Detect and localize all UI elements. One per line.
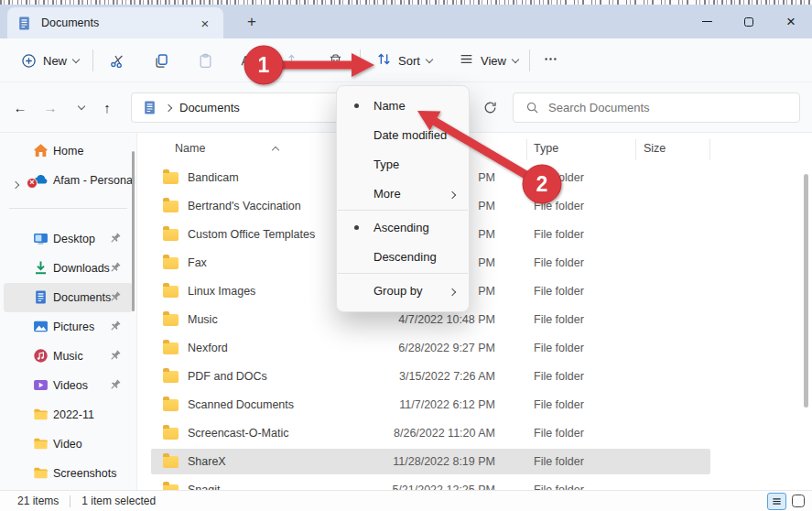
rename-button[interactable]	[232, 45, 263, 76]
table-row[interactable]: Snagit 5/21/2022 12:25 PM File folder	[138, 476, 812, 490]
file-name[interactable]: Screencast-O-Matic	[188, 427, 288, 440]
toolbar-divider	[529, 49, 530, 71]
menu-item-ascending[interactable]: Ascending	[337, 212, 469, 242]
sidebar-scrollbar[interactable]	[132, 151, 135, 311]
new-tab-button[interactable]: +	[240, 11, 264, 33]
paste-button[interactable]	[189, 45, 221, 76]
pin-icon	[108, 349, 122, 363]
column-header-name[interactable]: Name	[175, 142, 205, 155]
status-divider	[70, 495, 70, 507]
table-row[interactable]: Bandicam PM File folder	[138, 164, 812, 192]
folder-icon	[163, 172, 179, 184]
refresh-button[interactable]	[476, 93, 504, 122]
home-icon	[33, 143, 49, 158]
up-button[interactable]: ↑	[92, 92, 122, 122]
sidebar-item-downloads[interactable]: Downloads	[4, 254, 133, 283]
large-icons-view-button[interactable]	[792, 495, 805, 507]
table-row[interactable]: Music 4/7/2022 10:48 PM File folder	[138, 306, 812, 334]
sidebar-item-video[interactable]: Video	[4, 429, 133, 459]
file-name[interactable]: Bertrand's Vaccination	[188, 200, 301, 212]
details-view-button[interactable]	[767, 493, 786, 510]
file-name[interactable]: Bandicam	[188, 171, 239, 184]
menu-item-group-by[interactable]: Group by	[337, 276, 469, 305]
table-row[interactable]: Linux Images PM File folder	[138, 277, 812, 306]
forward-button[interactable]: →	[36, 92, 65, 122]
file-name[interactable]: Fax	[188, 256, 207, 269]
file-name[interactable]: PDF and DOCs	[188, 370, 267, 383]
videos-icon	[33, 377, 49, 393]
maximize-button[interactable]	[728, 5, 770, 38]
share-icon	[284, 53, 299, 69]
cut-button[interactable]	[102, 45, 133, 76]
menu-item-type[interactable]: Type	[337, 149, 469, 179]
plus-circle-icon	[21, 53, 37, 69]
breadcrumb-location[interactable]: Documents	[179, 101, 240, 114]
sidebar-item-screenshots[interactable]: Screenshots	[4, 459, 133, 488]
column-divider[interactable]	[526, 139, 527, 160]
table-row[interactable]: Screencast-O-Matic 8/26/2022 11:20 AM Fi…	[138, 419, 812, 448]
minimize-button[interactable]	[686, 5, 728, 38]
minimize-icon	[702, 21, 712, 22]
close-button[interactable]: ×	[770, 5, 812, 38]
folder-icon	[163, 371, 179, 383]
sidebar-item-label: Pictures	[53, 321, 94, 333]
copy-button[interactable]	[146, 45, 177, 76]
file-type: File folder	[534, 342, 584, 354]
sidebar-item-label: Videos	[53, 379, 88, 392]
sidebar-item-videos[interactable]: Videos	[4, 371, 133, 400]
file-type: File folder	[534, 455, 584, 468]
sidebar-item-afam-personal[interactable]: × Afam - Personal	[4, 166, 133, 195]
tab-close-icon[interactable]: ×	[196, 14, 214, 32]
file-name[interactable]: Snagit	[188, 484, 220, 490]
selected-bullet-icon	[354, 103, 359, 108]
table-row[interactable]: Fax PM File folder	[138, 249, 812, 277]
table-row[interactable]: Scanned Documents 11/7/2022 6:12 PM File…	[138, 391, 812, 419]
sidebar-item-home[interactable]: Home	[4, 136, 133, 166]
sidebar-item-2022-11[interactable]: 2022-11	[4, 400, 133, 429]
expand-chevron-icon[interactable]	[13, 178, 18, 190]
column-divider[interactable]	[709, 139, 710, 160]
menu-item-more[interactable]: More	[337, 179, 469, 208]
see-more-button[interactable]	[536, 45, 565, 76]
file-type: File folder	[534, 484, 584, 490]
delete-button[interactable]	[319, 45, 351, 76]
menu-item-date-modified[interactable]: Date modified	[337, 120, 469, 149]
chevron-down-icon	[426, 55, 433, 62]
file-name[interactable]: Linux Images	[188, 285, 255, 298]
file-name[interactable]: Scanned Documents	[188, 398, 294, 411]
table-row[interactable]: Nexford 6/28/2022 9:27 PM File folder	[138, 334, 812, 363]
table-row[interactable]: Bertrand's Vaccination PM File folder	[138, 192, 812, 221]
search-icon	[525, 101, 539, 114]
new-button[interactable]: New	[13, 46, 87, 75]
menu-item-descending[interactable]: Descending	[337, 242, 469, 271]
share-button[interactable]	[276, 45, 307, 76]
file-name[interactable]: Nexford	[188, 342, 228, 354]
file-name[interactable]: ShareX	[188, 455, 226, 468]
documents-icon	[33, 289, 49, 305]
view-button[interactable]: View	[450, 46, 526, 75]
sidebar-item-pictures[interactable]: Pictures	[4, 312, 133, 342]
sidebar-item-label: Documents	[53, 291, 111, 304]
column-header-type[interactable]: Type	[534, 142, 558, 155]
column-divider[interactable]	[635, 139, 636, 160]
search-box[interactable]	[513, 92, 800, 123]
sidebar-item-desktop[interactable]: Desktop	[4, 224, 133, 254]
file-name[interactable]: Music	[188, 313, 218, 326]
table-row[interactable]: PDF and DOCs 3/15/2022 7:26 AM File fold…	[138, 363, 812, 391]
tab-documents[interactable]: Documents ×	[7, 7, 223, 38]
sidebar-item-documents[interactable]: Documents	[4, 283, 133, 312]
table-row[interactable]: Custom Office Templates PM File folder	[138, 221, 812, 249]
sidebar-item-music[interactable]: Music	[4, 342, 133, 371]
file-name[interactable]: Custom Office Templates	[188, 228, 315, 241]
chevron-down-icon	[512, 55, 519, 62]
back-button[interactable]: ←	[5, 92, 35, 122]
menu-item-name[interactable]: Name	[337, 91, 469, 120]
table-row[interactable]: ShareX 11/28/2022 8:19 PM File folder	[138, 448, 812, 476]
list-scrollbar[interactable]	[804, 174, 808, 408]
sort-button[interactable]: Sort	[368, 46, 440, 75]
search-input[interactable]	[548, 101, 759, 114]
cut-icon	[110, 53, 125, 69]
column-header-size[interactable]: Size	[644, 142, 666, 155]
file-explorer-window: Documents × + × New	[0, 0, 812, 511]
file-type: File folder	[534, 370, 584, 383]
